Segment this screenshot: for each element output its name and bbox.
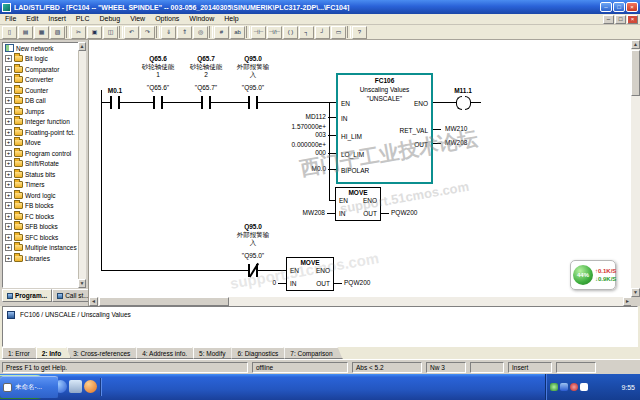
- sidebar-item[interactable]: + Status bits: [3, 169, 85, 180]
- scrollbar-thumb[interactable]: [99, 297, 229, 306]
- sidebar-item-new-network[interactable]: New network: [3, 43, 85, 54]
- expand-plus-icon[interactable]: +: [5, 118, 12, 125]
- save-icon[interactable]: ▦: [34, 26, 49, 39]
- paste-icon[interactable]: ◫: [103, 26, 118, 39]
- sidebar-item[interactable]: + Timers: [3, 180, 85, 191]
- redo-icon[interactable]: ↷: [140, 26, 155, 39]
- contact-m0-1[interactable]: [110, 96, 120, 109]
- mdi-restore-button[interactable]: □: [615, 15, 626, 24]
- move-block-2[interactable]: MOVE EN ENO IN OUT: [286, 257, 334, 291]
- contact-q65-6[interactable]: [153, 96, 163, 109]
- help-icon[interactable]: ?: [352, 26, 367, 39]
- sidebar-item[interactable]: + Move: [3, 138, 85, 149]
- menu-item[interactable]: Window: [184, 14, 219, 24]
- message-tab[interactable]: 5: Modify: [193, 347, 235, 359]
- new-icon[interactable]: ▯: [2, 26, 17, 39]
- expand-plus-icon[interactable]: +: [5, 181, 12, 188]
- expand-plus-icon[interactable]: +: [5, 234, 12, 241]
- sidebar-item[interactable]: + Counter: [3, 85, 85, 96]
- operand-hi-lim-l1[interactable]: 1.570000e+: [286, 123, 326, 131]
- tab-program-elements[interactable]: Program...: [2, 289, 52, 302]
- expand-plus-icon[interactable]: +: [5, 150, 12, 157]
- operand-move2-out[interactable]: PQW200: [344, 279, 370, 287]
- menu-item[interactable]: Edit: [21, 14, 43, 24]
- monitor-icon[interactable]: ◎: [193, 26, 208, 39]
- expand-plus-icon[interactable]: +: [5, 108, 12, 115]
- net-speed-widget[interactable]: 44% ↑0.1K/S ↓0.9K/S: [570, 260, 616, 290]
- copy-icon[interactable]: ▣: [87, 26, 102, 39]
- message-tab[interactable]: 3: Cross-references: [67, 347, 140, 359]
- ladder-editor[interactable]: FC106 Unscaling Values "UNSCALE" EN ENO …: [88, 40, 640, 306]
- scroll-left-icon[interactable]: ◄: [89, 297, 98, 306]
- operand-move2-in[interactable]: 0: [246, 279, 276, 287]
- maximize-button[interactable]: □: [613, 2, 625, 12]
- close-button[interactable]: ×: [626, 2, 638, 12]
- sidebar-item[interactable]: + DB call: [3, 96, 85, 107]
- menu-item[interactable]: Help: [219, 14, 243, 24]
- coil-icon[interactable]: ( ): [283, 26, 298, 39]
- toolbar-button[interactable]: [246, 26, 250, 38]
- toolbar-button[interactable]: [119, 26, 123, 38]
- sidebar-item[interactable]: + FC blocks: [3, 211, 85, 222]
- address-ids-icon[interactable]: #: [214, 26, 229, 39]
- operand-out[interactable]: MW208: [445, 139, 467, 147]
- operand-lo-lim-l2[interactable]: 000: [286, 149, 326, 157]
- operand-in[interactable]: MD112: [286, 113, 326, 121]
- media-player-icon[interactable]: [84, 380, 97, 393]
- sidebar-item[interactable]: + FB blocks: [3, 201, 85, 212]
- toolbar-button[interactable]: [347, 26, 351, 38]
- sidebar-item[interactable]: + Comparator: [3, 64, 85, 75]
- upload-icon[interactable]: ⇑: [177, 26, 192, 39]
- close-branch-icon[interactable]: ┘: [315, 26, 330, 39]
- ime-tray-icon[interactable]: [580, 383, 588, 391]
- mdi-minimize-button[interactable]: –: [603, 15, 614, 24]
- menu-item[interactable]: View: [125, 14, 150, 24]
- expand-plus-icon[interactable]: +: [5, 213, 12, 220]
- sidebar-item[interactable]: + Shift/Rotate: [3, 159, 85, 170]
- move-block-1[interactable]: MOVE EN ENO IN OUT: [335, 187, 381, 221]
- messenger-tray-icon[interactable]: [560, 383, 568, 391]
- expand-plus-icon[interactable]: +: [5, 76, 12, 83]
- expand-plus-icon[interactable]: +: [5, 55, 12, 62]
- sidebar-scrollbar[interactable]: ▲ ▼: [78, 42, 86, 288]
- mdi-close-button[interactable]: ×: [627, 15, 638, 24]
- show-desktop-icon[interactable]: [69, 380, 82, 393]
- sidebar-item[interactable]: + Integer function: [3, 117, 85, 128]
- message-tab[interactable]: 2: Info: [36, 347, 72, 359]
- toolbar-button[interactable]: [66, 26, 70, 38]
- menu-item[interactable]: PLC: [71, 14, 95, 24]
- task-button[interactable]: 未命名-...: [0, 376, 58, 398]
- menu-item[interactable]: Insert: [43, 14, 71, 24]
- message-tab[interactable]: 1: Error: [2, 347, 40, 359]
- sidebar-item[interactable]: + Bit logic: [3, 54, 85, 65]
- sidebar-item[interactable]: + Jumps: [3, 106, 85, 117]
- operand-bipolar[interactable]: M0.0: [286, 165, 326, 173]
- expand-plus-icon[interactable]: +: [5, 66, 12, 73]
- toolbar-button[interactable]: [209, 26, 213, 38]
- print-icon[interactable]: ▨: [50, 26, 65, 39]
- operand-lo-lim-l1[interactable]: 0.000000e+: [286, 141, 326, 149]
- sidebar-item[interactable]: + SFB blocks: [3, 222, 85, 233]
- contact-q95-0-nc[interactable]: [248, 264, 258, 277]
- expand-plus-icon[interactable]: +: [5, 171, 12, 178]
- coil-m11-1[interactable]: [465, 96, 471, 110]
- operand-ret-val[interactable]: MW210: [445, 125, 467, 133]
- expand-plus-icon[interactable]: +: [5, 223, 12, 230]
- minimize-button[interactable]: –: [600, 2, 612, 12]
- sidebar-item[interactable]: + Libraries: [3, 253, 85, 264]
- sidebar-item[interactable]: + SFC blocks: [3, 232, 85, 243]
- expand-plus-icon[interactable]: +: [5, 87, 12, 94]
- scroll-up-icon[interactable]: ▲: [78, 42, 86, 51]
- scroll-up-icon[interactable]: ▲: [631, 40, 640, 49]
- sidebar-item[interactable]: + Program control: [3, 148, 85, 159]
- sidebar-item[interactable]: + Floating-point fct.: [3, 127, 85, 138]
- open-branch-icon[interactable]: ┐: [299, 26, 314, 39]
- expand-plus-icon[interactable]: +: [5, 202, 12, 209]
- message-entry[interactable]: FC106 / UNSCALE / Unscaling Values: [20, 311, 131, 319]
- open-icon[interactable]: ▤: [18, 26, 33, 39]
- operand-hi-lim-l2[interactable]: 003: [286, 131, 326, 139]
- horizontal-scrollbar[interactable]: ◄ ►: [89, 297, 632, 306]
- message-tab[interactable]: 4: Address info.: [136, 347, 197, 359]
- expand-plus-icon[interactable]: +: [5, 139, 12, 146]
- operand-move1-in[interactable]: MW208: [285, 209, 325, 217]
